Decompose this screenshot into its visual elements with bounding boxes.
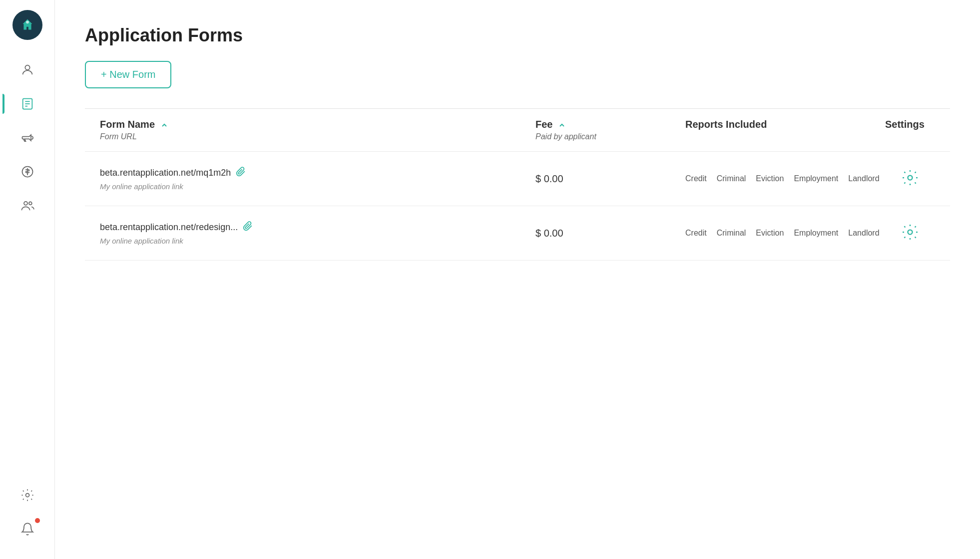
report-tag-landlord: Landlord	[848, 174, 879, 183]
sidebar-item-person[interactable]	[10, 55, 45, 85]
header-reports: Reports Included	[685, 119, 885, 141]
sidebar-item-settings[interactable]	[10, 480, 45, 510]
form-url-text-0: beta.rentapplication.net/mq1m2h	[100, 168, 231, 178]
reports-cell-0: CreditCriminalEvictionEmploymentLandlord	[685, 174, 885, 183]
report-tag-credit: Credit	[685, 174, 707, 183]
settings-cell-1	[885, 223, 935, 243]
header-fee: Fee Paid by applicant	[535, 119, 685, 141]
sort-icon-form-name	[161, 122, 168, 129]
svg-point-8	[24, 202, 27, 205]
paperclip-icon[interactable]	[236, 167, 246, 179]
sidebar-bottom	[10, 480, 45, 549]
form-url-cell-0: beta.rentapplication.net/mq1m2h My onlin…	[100, 167, 535, 191]
reports-cell-1: CreditCriminalEvictionEmploymentLandlord	[685, 229, 885, 238]
form-url-link-0[interactable]: beta.rentapplication.net/mq1m2h	[100, 167, 535, 179]
paperclip-icon[interactable]	[243, 221, 253, 234]
main-content: Application Forms + New Form Form Name F…	[55, 0, 980, 559]
report-tag-criminal: Criminal	[717, 174, 746, 183]
report-tag-credit: Credit	[685, 229, 707, 238]
sidebar-navigation	[0, 55, 54, 475]
sidebar-item-marketing[interactable]	[10, 123, 45, 153]
header-settings: Settings	[885, 119, 935, 141]
form-url-text-1: beta.rentapplication.net/redesign...	[100, 222, 238, 233]
form-url-sub-1: My online application link	[100, 237, 535, 245]
sidebar-item-notifications[interactable]	[10, 514, 45, 544]
fee-cell-0: $ 0.00	[535, 173, 685, 185]
settings-gear-icon[interactable]	[901, 169, 919, 189]
sidebar-item-team[interactable]	[10, 191, 45, 221]
header-form-name: Form Name Form URL	[100, 119, 535, 141]
svg-point-12	[908, 230, 913, 235]
report-tag-eviction: Eviction	[756, 229, 784, 238]
report-tag-employment: Employment	[794, 174, 838, 183]
table-row: beta.rentapplication.net/mq1m2h My onlin…	[85, 152, 950, 206]
svg-point-2	[25, 65, 29, 70]
sidebar-item-forms[interactable]	[10, 89, 45, 119]
page-title: Application Forms	[85, 25, 950, 46]
report-tag-eviction: Eviction	[756, 174, 784, 183]
app-logo[interactable]	[12, 10, 42, 40]
table-body: beta.rentapplication.net/mq1m2h My onlin…	[85, 152, 950, 261]
notification-badge	[35, 518, 40, 523]
report-tag-landlord: Landlord	[848, 229, 879, 238]
report-tag-criminal: Criminal	[717, 229, 746, 238]
svg-point-1	[26, 20, 29, 23]
fee-cell-1: $ 0.00	[535, 228, 685, 239]
new-form-button[interactable]: + New Form	[85, 61, 171, 88]
sort-icon-fee	[558, 122, 565, 129]
settings-cell-0	[885, 169, 935, 189]
form-url-link-1[interactable]: beta.rentapplication.net/redesign...	[100, 221, 535, 234]
svg-point-10	[25, 494, 29, 497]
svg-point-9	[28, 202, 31, 205]
sidebar-item-payments[interactable]	[10, 157, 45, 187]
svg-point-11	[908, 176, 913, 180]
table-row: beta.rentapplication.net/redesign... My …	[85, 206, 950, 261]
settings-gear-icon[interactable]	[901, 223, 919, 243]
table-header: Form Name Form URL Fee Paid by applicant…	[85, 109, 950, 152]
report-tag-employment: Employment	[794, 229, 838, 238]
sidebar	[0, 0, 55, 559]
form-url-sub-0: My online application link	[100, 182, 535, 191]
form-url-cell-1: beta.rentapplication.net/redesign... My …	[100, 221, 535, 245]
